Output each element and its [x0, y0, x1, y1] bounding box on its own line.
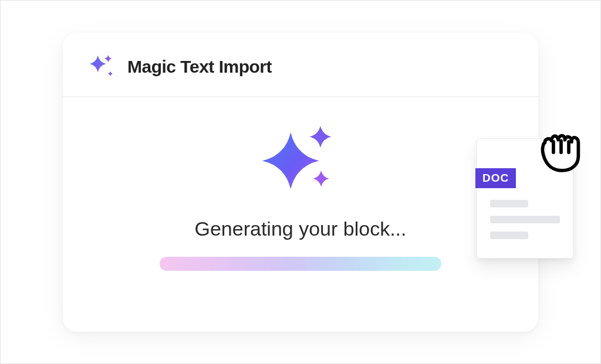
grab-cursor-icon [532, 121, 590, 178]
import-modal: Magic Text Import Generating your block.… [63, 33, 538, 332]
document-preview[interactable]: DOC [477, 138, 573, 258]
doc-badge: DOC [475, 168, 516, 188]
modal-header: Magic Text Import [63, 33, 538, 97]
progress-bar [160, 257, 441, 271]
modal-body: Generating your block... [63, 97, 538, 271]
sparkle-icon-large [262, 125, 339, 201]
status-text: Generating your block... [195, 217, 407, 240]
sparkle-icon [89, 54, 114, 80]
modal-title: Magic Text Import [127, 57, 272, 77]
doc-placeholder-lines [477, 200, 573, 239]
